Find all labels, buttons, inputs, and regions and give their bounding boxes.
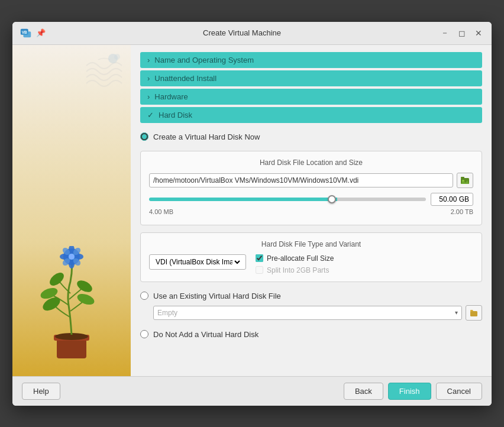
decorative-waves [80, 54, 128, 101]
existing-disk-section: Use an Existing Virtual Hard Disk File E… [140, 289, 482, 321]
slider-labels: 4.00 MB 2.00 TB [149, 208, 473, 215]
titlebar-title: Create Virtual Machine [46, 28, 438, 37]
section-content: Create a Virtual Hard Disk Now Hard Disk… [140, 130, 482, 348]
browse-file-button[interactable] [457, 173, 473, 188]
file-type-title: Hard Disk File Type and Variant [149, 240, 473, 248]
file-location-title: Hard Disk File Location and Size [149, 158, 473, 167]
step-name-os[interactable]: › Name and Operating System [140, 52, 482, 68]
variant-checkboxes: Pre-allocate Full Size Split Into 2GB Pa… [256, 254, 334, 274]
main-content: › Name and Operating System › Unattended… [12, 45, 492, 376]
titlebar-controls: － ◻ ✕ [438, 27, 484, 40]
svg-rect-27 [470, 311, 477, 316]
wizard-steps: › Name and Operating System › Unattended… [140, 52, 482, 123]
svg-point-4 [114, 54, 120, 60]
step-unattended[interactable]: › Unattended Install [140, 70, 482, 86]
folder-icon [470, 309, 478, 317]
existing-disk-radio-group: Use an Existing Virtual Hard Disk File [140, 289, 482, 303]
step-hard-disk[interactable]: ✓ Hard Disk [140, 107, 482, 123]
file-location-card: Hard Disk File Location and Size [140, 151, 482, 225]
no-disk-radio-group: Do Not Add a Virtual Hard Disk [140, 328, 482, 341]
browse-existing-button[interactable] [466, 305, 482, 321]
combo-arrow-icon: ▾ [455, 309, 458, 316]
split-checkbox[interactable] [256, 266, 263, 274]
slider-thumb [328, 195, 336, 203]
image-icon [460, 176, 470, 185]
disk-type-dropdown[interactable]: VDI (VirtualBox Disk Image) VHD (Virtual… [153, 257, 242, 267]
maximize-button[interactable]: ◻ [456, 27, 468, 40]
cancel-button[interactable]: Cancel [436, 383, 482, 400]
step-arrow-0: › [147, 56, 150, 64]
main-window: VB 📌 Create Virtual Machine － ◻ ✕ [12, 22, 492, 406]
step-label-0: Name and Operating System [154, 56, 254, 64]
footer: Help Back Finish Cancel [12, 376, 492, 406]
existing-disk-placeholder: Empty [157, 309, 177, 317]
slider-row [149, 193, 473, 206]
slider-max-label: 2.00 TB [451, 208, 473, 215]
create-disk-radio[interactable] [140, 132, 148, 141]
app-logo: VB [20, 27, 33, 40]
create-disk-radio-group: Create a Virtual Hard Disk Now [140, 130, 482, 144]
preallocate-checkbox[interactable] [256, 254, 263, 262]
titlebar-pin-icon: 📌 [36, 28, 46, 37]
plant-illustration [36, 246, 107, 364]
existing-disk-row: Empty ▾ [140, 305, 482, 321]
existing-disk-combo[interactable]: Empty ▾ [153, 306, 462, 320]
step-hardware[interactable]: › Hardware [140, 89, 482, 105]
no-disk-label: Do Not Add a Virtual Hard Disk [153, 330, 259, 339]
step-arrow-3: ✓ [147, 111, 154, 119]
preallocate-checkbox-group: Pre-allocate Full Size [256, 254, 334, 263]
step-label-2: Hardware [154, 92, 188, 101]
svg-point-23 [69, 254, 75, 260]
size-slider[interactable] [149, 198, 426, 201]
preallocate-label: Pre-allocate Full Size [267, 254, 334, 263]
split-label: Split Into 2GB Parts [267, 266, 329, 274]
footer-right-buttons: Back Finish Cancel [344, 383, 482, 400]
back-button[interactable]: Back [344, 383, 383, 400]
sidebar [12, 45, 131, 376]
slider-min-label: 4.00 MB [149, 208, 173, 215]
step-label-1: Unattended Install [154, 74, 217, 83]
disk-type-select-container: VDI (VirtualBox Disk Image) VHD (Virtual… [149, 254, 246, 270]
right-panel: › Name and Operating System › Unattended… [131, 45, 492, 376]
create-disk-label: Create a Virtual Hard Disk Now [153, 132, 260, 141]
file-path-input[interactable] [149, 173, 453, 187]
svg-rect-5 [57, 338, 86, 358]
help-button[interactable]: Help [22, 383, 60, 400]
existing-disk-label: Use an Existing Virtual Hard Disk File [153, 292, 281, 300]
size-input[interactable] [431, 193, 473, 206]
file-type-card: Hard Disk File Type and Variant VDI (Vir… [140, 232, 482, 282]
type-variant-row: VDI (VirtualBox Disk Image) VHD (Virtual… [149, 254, 473, 274]
titlebar: VB 📌 Create Virtual Machine － ◻ ✕ [12, 22, 492, 45]
split-checkbox-group: Split Into 2GB Parts [256, 266, 334, 274]
titlebar-left: VB 📌 [20, 27, 46, 40]
step-arrow-1: › [147, 74, 150, 83]
finish-button[interactable]: Finish [388, 383, 431, 400]
svg-text:VB: VB [22, 30, 27, 34]
file-location-row [149, 173, 473, 188]
minimize-button[interactable]: － [438, 27, 451, 40]
step-label-3: Hard Disk [159, 111, 192, 119]
step-arrow-2: › [147, 92, 150, 101]
close-button[interactable]: ✕ [473, 27, 484, 40]
no-disk-radio[interactable] [140, 330, 148, 338]
svg-rect-25 [461, 177, 464, 179]
existing-disk-radio[interactable] [140, 292, 148, 300]
